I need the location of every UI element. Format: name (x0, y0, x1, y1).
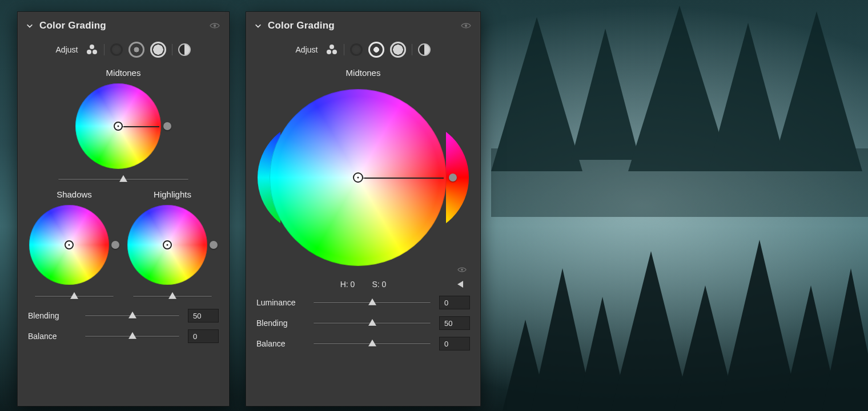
balance-slider[interactable] (313, 342, 431, 345)
svg-marker-5 (720, 240, 799, 411)
shadows-luminance-slider[interactable] (34, 295, 114, 297)
blending-label: Blending (256, 319, 305, 328)
visibility-icon[interactable] (210, 22, 220, 29)
panel-title: Color Grading (39, 20, 106, 31)
blending-label: Blending (28, 311, 77, 320)
separator (172, 44, 172, 55)
svg-marker-23 (457, 281, 463, 288)
svg-point-20 (327, 50, 331, 54)
svg-marker-11 (708, 23, 788, 171)
balance-value[interactable]: 0 (439, 337, 470, 350)
midtones-sat-handle[interactable] (449, 174, 457, 182)
svg-marker-4 (674, 285, 737, 411)
visibility-icon[interactable] (461, 22, 471, 29)
svg-marker-10 (628, 6, 731, 171)
blending-value[interactable]: 50 (439, 316, 470, 330)
svg-point-22 (461, 269, 463, 271)
separator (344, 44, 344, 55)
svg-marker-2 (577, 297, 628, 411)
collapse-icon[interactable] (26, 22, 34, 30)
midtones-sat-handle[interactable] (163, 122, 171, 130)
luminance-label: Luminance (256, 298, 305, 307)
balance-slider[interactable] (85, 335, 180, 337)
adjust-label: Adjust (296, 45, 318, 54)
global-mode-icon[interactable] (418, 43, 431, 56)
midtones-mode-icon[interactable] (368, 42, 384, 58)
midtones-mode-icon[interactable] (128, 42, 144, 58)
svg-point-21 (332, 50, 337, 54)
shadows-color-wheel[interactable] (29, 205, 109, 285)
saturation-readout[interactable]: S: 0 (372, 280, 386, 289)
adjust-label: Adjust (56, 45, 78, 54)
highlights-color-wheel[interactable] (127, 205, 207, 285)
shadows-mode-icon[interactable] (350, 43, 363, 56)
color-grading-panel-3way: Color Grading Adjust Midtones (17, 11, 230, 406)
svg-marker-1 (531, 268, 594, 411)
svg-point-19 (329, 45, 334, 49)
shadows-mode-icon[interactable] (110, 43, 123, 56)
color-grading-panel-single: Color Grading Adjust Midtones (246, 11, 481, 406)
svg-point-14 (214, 25, 216, 27)
hue-readout[interactable]: H: 0 (340, 280, 355, 289)
disclosure-icon[interactable] (457, 281, 463, 288)
global-mode-icon[interactable] (178, 43, 191, 56)
svg-point-16 (87, 50, 91, 54)
highlights-mode-icon[interactable] (390, 42, 406, 58)
separator (412, 44, 412, 55)
three-wheel-mode-icon[interactable] (326, 43, 338, 56)
blending-slider[interactable] (313, 322, 431, 324)
svg-marker-9 (571, 29, 640, 160)
balance-label: Balance (28, 332, 77, 341)
separator (104, 44, 105, 55)
balance-value[interactable]: 0 (188, 329, 219, 343)
blending-slider[interactable] (85, 315, 180, 317)
panel-title: Color Grading (268, 20, 335, 31)
collapse-icon[interactable] (254, 22, 262, 30)
svg-marker-12 (771, 11, 862, 171)
highlights-label: Highlights (154, 190, 191, 199)
highlights-mode-icon[interactable] (150, 42, 166, 58)
svg-marker-6 (782, 285, 839, 411)
svg-point-17 (93, 50, 97, 54)
svg-rect-13 (491, 148, 868, 217)
luminance-slider[interactable] (313, 301, 431, 304)
balance-label: Balance (256, 339, 305, 348)
midtones-label: Midtones (18, 68, 229, 78)
svg-marker-0 (503, 320, 548, 411)
highlights-sat-handle[interactable] (210, 241, 218, 249)
midtones-color-wheel[interactable] (270, 89, 447, 266)
midtones-color-wheel[interactable] (75, 83, 161, 169)
shadows-label: Shadows (57, 190, 92, 199)
svg-marker-7 (822, 268, 868, 411)
shadows-sat-handle[interactable] (111, 241, 119, 249)
svg-marker-8 (491, 17, 582, 171)
midtones-luminance-slider[interactable] (58, 178, 189, 180)
midtones-label: Midtones (246, 68, 480, 78)
blending-value[interactable]: 50 (188, 309, 219, 323)
svg-point-18 (465, 25, 467, 27)
svg-marker-3 (611, 251, 691, 411)
svg-point-15 (90, 45, 94, 49)
luminance-value[interactable]: 0 (439, 296, 470, 309)
three-wheel-mode-icon[interactable] (86, 43, 98, 56)
highlights-luminance-slider[interactable] (132, 295, 212, 297)
